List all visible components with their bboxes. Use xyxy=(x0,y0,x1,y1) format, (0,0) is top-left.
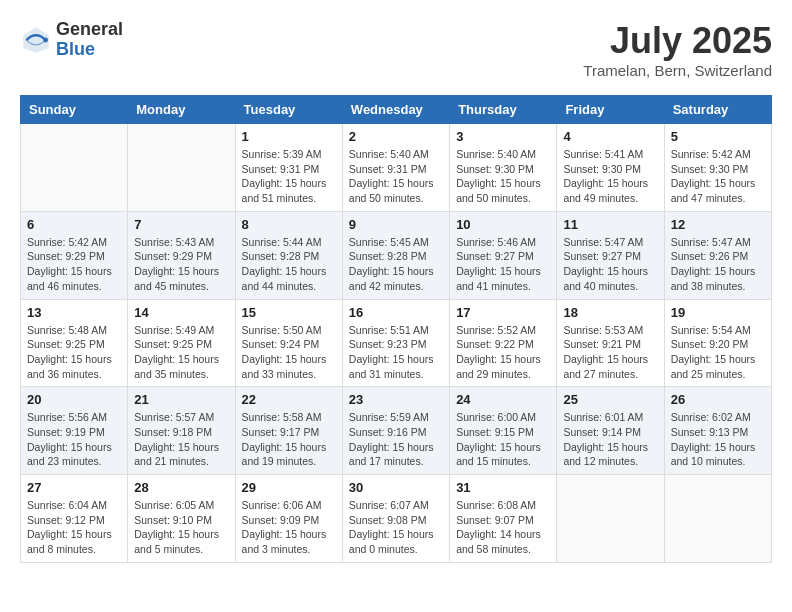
calendar-day-cell: 31Sunrise: 6:08 AM Sunset: 9:07 PM Dayli… xyxy=(450,475,557,563)
day-number: 1 xyxy=(242,129,336,144)
logo: General Blue xyxy=(20,20,123,60)
calendar-day-cell: 15Sunrise: 5:50 AM Sunset: 9:24 PM Dayli… xyxy=(235,299,342,387)
day-info: Sunrise: 5:47 AM Sunset: 9:27 PM Dayligh… xyxy=(563,235,657,294)
day-number: 25 xyxy=(563,392,657,407)
calendar-day-cell: 6Sunrise: 5:42 AM Sunset: 9:29 PM Daylig… xyxy=(21,211,128,299)
logo-icon xyxy=(20,24,52,56)
day-number: 4 xyxy=(563,129,657,144)
day-info: Sunrise: 5:40 AM Sunset: 9:31 PM Dayligh… xyxy=(349,147,443,206)
day-number: 24 xyxy=(456,392,550,407)
day-info: Sunrise: 5:57 AM Sunset: 9:18 PM Dayligh… xyxy=(134,410,228,469)
day-info: Sunrise: 5:39 AM Sunset: 9:31 PM Dayligh… xyxy=(242,147,336,206)
day-info: Sunrise: 6:06 AM Sunset: 9:09 PM Dayligh… xyxy=(242,498,336,557)
calendar-day-cell: 2Sunrise: 5:40 AM Sunset: 9:31 PM Daylig… xyxy=(342,124,449,212)
calendar-day-cell: 4Sunrise: 5:41 AM Sunset: 9:30 PM Daylig… xyxy=(557,124,664,212)
day-info: Sunrise: 5:42 AM Sunset: 9:30 PM Dayligh… xyxy=(671,147,765,206)
calendar-week-row: 13Sunrise: 5:48 AM Sunset: 9:25 PM Dayli… xyxy=(21,299,772,387)
calendar-day-cell xyxy=(664,475,771,563)
day-info: Sunrise: 5:58 AM Sunset: 9:17 PM Dayligh… xyxy=(242,410,336,469)
calendar-day-cell: 1Sunrise: 5:39 AM Sunset: 9:31 PM Daylig… xyxy=(235,124,342,212)
weekday-header-thursday: Thursday xyxy=(450,96,557,124)
calendar-table: SundayMondayTuesdayWednesdayThursdayFrid… xyxy=(20,95,772,563)
weekday-header-tuesday: Tuesday xyxy=(235,96,342,124)
logo-blue-label: Blue xyxy=(56,40,123,60)
day-number: 20 xyxy=(27,392,121,407)
calendar-day-cell: 21Sunrise: 5:57 AM Sunset: 9:18 PM Dayli… xyxy=(128,387,235,475)
day-info: Sunrise: 5:45 AM Sunset: 9:28 PM Dayligh… xyxy=(349,235,443,294)
day-number: 21 xyxy=(134,392,228,407)
day-info: Sunrise: 5:44 AM Sunset: 9:28 PM Dayligh… xyxy=(242,235,336,294)
logo-text: General Blue xyxy=(56,20,123,60)
calendar-day-cell: 12Sunrise: 5:47 AM Sunset: 9:26 PM Dayli… xyxy=(664,211,771,299)
calendar-day-cell: 9Sunrise: 5:45 AM Sunset: 9:28 PM Daylig… xyxy=(342,211,449,299)
calendar-day-cell: 7Sunrise: 5:43 AM Sunset: 9:29 PM Daylig… xyxy=(128,211,235,299)
weekday-header-wednesday: Wednesday xyxy=(342,96,449,124)
calendar-day-cell xyxy=(21,124,128,212)
day-info: Sunrise: 5:50 AM Sunset: 9:24 PM Dayligh… xyxy=(242,323,336,382)
day-number: 7 xyxy=(134,217,228,232)
day-number: 18 xyxy=(563,305,657,320)
day-number: 14 xyxy=(134,305,228,320)
calendar-day-cell: 18Sunrise: 5:53 AM Sunset: 9:21 PM Dayli… xyxy=(557,299,664,387)
weekday-header-row: SundayMondayTuesdayWednesdayThursdayFrid… xyxy=(21,96,772,124)
day-info: Sunrise: 6:01 AM Sunset: 9:14 PM Dayligh… xyxy=(563,410,657,469)
day-info: Sunrise: 5:41 AM Sunset: 9:30 PM Dayligh… xyxy=(563,147,657,206)
logo-general-label: General xyxy=(56,20,123,40)
day-number: 10 xyxy=(456,217,550,232)
day-number: 16 xyxy=(349,305,443,320)
location-title: Tramelan, Bern, Switzerland xyxy=(583,62,772,79)
calendar-day-cell: 27Sunrise: 6:04 AM Sunset: 9:12 PM Dayli… xyxy=(21,475,128,563)
day-info: Sunrise: 6:07 AM Sunset: 9:08 PM Dayligh… xyxy=(349,498,443,557)
day-info: Sunrise: 6:02 AM Sunset: 9:13 PM Dayligh… xyxy=(671,410,765,469)
calendar-day-cell: 17Sunrise: 5:52 AM Sunset: 9:22 PM Dayli… xyxy=(450,299,557,387)
day-info: Sunrise: 5:56 AM Sunset: 9:19 PM Dayligh… xyxy=(27,410,121,469)
day-number: 3 xyxy=(456,129,550,144)
day-info: Sunrise: 5:46 AM Sunset: 9:27 PM Dayligh… xyxy=(456,235,550,294)
day-number: 28 xyxy=(134,480,228,495)
day-info: Sunrise: 5:53 AM Sunset: 9:21 PM Dayligh… xyxy=(563,323,657,382)
day-info: Sunrise: 6:04 AM Sunset: 9:12 PM Dayligh… xyxy=(27,498,121,557)
day-info: Sunrise: 5:48 AM Sunset: 9:25 PM Dayligh… xyxy=(27,323,121,382)
calendar-day-cell: 26Sunrise: 6:02 AM Sunset: 9:13 PM Dayli… xyxy=(664,387,771,475)
title-block: July 2025 Tramelan, Bern, Switzerland xyxy=(583,20,772,79)
day-number: 5 xyxy=(671,129,765,144)
calendar-day-cell: 16Sunrise: 5:51 AM Sunset: 9:23 PM Dayli… xyxy=(342,299,449,387)
calendar-week-row: 1Sunrise: 5:39 AM Sunset: 9:31 PM Daylig… xyxy=(21,124,772,212)
day-number: 11 xyxy=(563,217,657,232)
calendar-day-cell: 19Sunrise: 5:54 AM Sunset: 9:20 PM Dayli… xyxy=(664,299,771,387)
day-number: 27 xyxy=(27,480,121,495)
svg-point-1 xyxy=(43,37,48,42)
day-number: 2 xyxy=(349,129,443,144)
day-info: Sunrise: 5:40 AM Sunset: 9:30 PM Dayligh… xyxy=(456,147,550,206)
day-number: 31 xyxy=(456,480,550,495)
day-info: Sunrise: 5:51 AM Sunset: 9:23 PM Dayligh… xyxy=(349,323,443,382)
calendar-week-row: 27Sunrise: 6:04 AM Sunset: 9:12 PM Dayli… xyxy=(21,475,772,563)
calendar-day-cell: 29Sunrise: 6:06 AM Sunset: 9:09 PM Dayli… xyxy=(235,475,342,563)
day-info: Sunrise: 5:54 AM Sunset: 9:20 PM Dayligh… xyxy=(671,323,765,382)
calendar-day-cell xyxy=(128,124,235,212)
calendar-day-cell: 14Sunrise: 5:49 AM Sunset: 9:25 PM Dayli… xyxy=(128,299,235,387)
day-number: 12 xyxy=(671,217,765,232)
day-number: 17 xyxy=(456,305,550,320)
calendar-day-cell: 8Sunrise: 5:44 AM Sunset: 9:28 PM Daylig… xyxy=(235,211,342,299)
day-info: Sunrise: 5:43 AM Sunset: 9:29 PM Dayligh… xyxy=(134,235,228,294)
day-number: 26 xyxy=(671,392,765,407)
calendar-day-cell: 23Sunrise: 5:59 AM Sunset: 9:16 PM Dayli… xyxy=(342,387,449,475)
day-number: 22 xyxy=(242,392,336,407)
day-info: Sunrise: 5:52 AM Sunset: 9:22 PM Dayligh… xyxy=(456,323,550,382)
calendar-day-cell: 25Sunrise: 6:01 AM Sunset: 9:14 PM Dayli… xyxy=(557,387,664,475)
day-info: Sunrise: 5:49 AM Sunset: 9:25 PM Dayligh… xyxy=(134,323,228,382)
calendar-day-cell: 3Sunrise: 5:40 AM Sunset: 9:30 PM Daylig… xyxy=(450,124,557,212)
calendar-day-cell: 5Sunrise: 5:42 AM Sunset: 9:30 PM Daylig… xyxy=(664,124,771,212)
weekday-header-monday: Monday xyxy=(128,96,235,124)
calendar-day-cell: 13Sunrise: 5:48 AM Sunset: 9:25 PM Dayli… xyxy=(21,299,128,387)
day-info: Sunrise: 5:59 AM Sunset: 9:16 PM Dayligh… xyxy=(349,410,443,469)
calendar-day-cell xyxy=(557,475,664,563)
day-number: 30 xyxy=(349,480,443,495)
weekday-header-sunday: Sunday xyxy=(21,96,128,124)
day-number: 13 xyxy=(27,305,121,320)
day-info: Sunrise: 6:05 AM Sunset: 9:10 PM Dayligh… xyxy=(134,498,228,557)
day-number: 23 xyxy=(349,392,443,407)
day-number: 6 xyxy=(27,217,121,232)
calendar-week-row: 20Sunrise: 5:56 AM Sunset: 9:19 PM Dayli… xyxy=(21,387,772,475)
